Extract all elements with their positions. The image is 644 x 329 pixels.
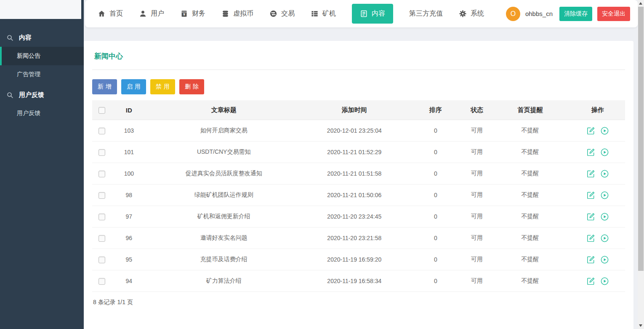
cell-status: 可用 (463, 120, 490, 142)
row-checkbox[interactable] (98, 128, 105, 134)
cell-ops (570, 206, 625, 227)
nav-item-users[interactable]: 用户 (139, 9, 164, 18)
row-checkbox[interactable] (98, 171, 105, 177)
scrollbar-up-arrow[interactable] (639, 2, 642, 5)
scrollbar-down-arrow[interactable] (639, 324, 642, 327)
cell-ops (570, 227, 625, 249)
page-title: 新闻中心 (92, 41, 625, 61)
play-button[interactable] (600, 277, 609, 286)
row-checkbox[interactable] (98, 278, 105, 285)
edit-button[interactable] (586, 255, 595, 264)
play-button[interactable] (600, 126, 609, 135)
edit-button[interactable] (586, 212, 595, 221)
row-checkbox[interactable] (98, 235, 105, 242)
nav-item-third-party-recharge[interactable]: 第三方充值 (409, 9, 443, 18)
sidebar-item-label: 新闻公告 (17, 52, 40, 60)
row-checkbox-cell (92, 185, 112, 206)
nav-item-label: 系统 (471, 9, 484, 18)
table-row: 100促进真实会员活跃度整改通知2020-11-21 01:51:580可用不提… (92, 163, 625, 185)
toolbar: 新增 启用 禁用 删除 (92, 79, 625, 94)
play-button[interactable] (600, 255, 609, 264)
row-checkbox[interactable] (98, 192, 105, 199)
cell-remind: 不提醒 (490, 227, 570, 249)
play-button[interactable] (600, 169, 609, 178)
sidebar-section-title: 内容 (19, 34, 32, 42)
edit-button[interactable] (586, 169, 595, 178)
cell-id: 96 (112, 227, 147, 249)
cell-time: 2020-11-20 23:24:45 (301, 206, 407, 227)
sidebar-item-news[interactable]: 新闻公告 (0, 47, 84, 65)
cell-status: 可用 (463, 249, 490, 270)
cell-id: 98 (112, 185, 147, 206)
search-icon (6, 34, 13, 41)
nav-items: 首页用户¥财务虚拟币交易矿机内容第三方充值系统 (98, 4, 500, 24)
miner-icon (311, 10, 319, 18)
cell-title: USDT/CNY交易需知 (146, 142, 301, 163)
finance-icon: ¥ (180, 10, 188, 18)
row-checkbox[interactable] (98, 257, 105, 263)
scrollbar-thumb[interactable] (638, 7, 644, 271)
play-button[interactable] (600, 212, 609, 221)
edit-button[interactable] (586, 191, 595, 200)
cell-ops (570, 163, 625, 185)
cell-title: 矿机和返佣更新介绍 (146, 206, 301, 227)
row-checkbox-cell (92, 142, 112, 163)
clear-cache-button[interactable]: 清除缓存 (559, 7, 592, 21)
cell-ops (570, 185, 625, 206)
main-area: 首页用户¥财务虚拟币交易矿机内容第三方充值系统 O ohbbs_cn 清除缓存 … (84, 0, 638, 329)
cell-remind: 不提醒 (490, 249, 570, 270)
username[interactable]: ohbbs_cn (525, 10, 553, 17)
logout-button[interactable]: 安全退出 (597, 7, 630, 21)
sidebar: 内容新闻公告广告管理用户反馈用户反馈 (0, 0, 84, 329)
row-checkbox-cell (92, 120, 112, 142)
news-table: ID 文章标题 添加时间 排序 状态 首页提醒 操作 103如何开启商家交易20… (92, 100, 625, 292)
edit-button[interactable] (586, 234, 595, 243)
sidebar-item-ads[interactable]: 广告管理 (0, 65, 84, 84)
scrollbar[interactable] (638, 0, 644, 329)
edit-button[interactable] (586, 126, 595, 135)
cell-status: 可用 (463, 185, 490, 206)
cell-title: 绿能矿机团队运作规则 (146, 185, 301, 206)
nav-item-system[interactable]: 系统 (459, 9, 484, 18)
nav-item-label: 第三方充值 (409, 9, 443, 18)
sidebar-section-header-content[interactable]: 内容 (0, 28, 84, 47)
cell-title: 矿力算法介绍 (146, 270, 301, 292)
row-checkbox[interactable] (98, 214, 105, 220)
cell-remind: 不提醒 (490, 142, 570, 163)
cell-sort: 0 (407, 163, 463, 185)
nav-item-content[interactable]: 内容 (352, 4, 393, 24)
edit-button[interactable] (586, 148, 595, 157)
disable-button[interactable]: 禁用 (150, 79, 175, 94)
avatar[interactable]: O (506, 7, 520, 21)
add-button[interactable]: 新增 (92, 79, 117, 94)
nav-item-label: 财务 (192, 9, 205, 18)
edit-button[interactable] (586, 277, 595, 286)
nav-item-home[interactable]: 首页 (98, 9, 123, 18)
nav-item-miner[interactable]: 矿机 (311, 9, 336, 18)
nav-item-label: 虚拟币 (233, 9, 253, 18)
select-all-checkbox[interactable] (98, 107, 105, 114)
sidebar-item-label: 用户反馈 (17, 110, 40, 117)
cell-sort: 0 (407, 227, 463, 249)
cell-sort: 0 (407, 120, 463, 142)
row-checkbox[interactable] (98, 149, 105, 156)
cell-ops (570, 142, 625, 163)
sidebar-section-user-feedback: 用户反馈用户反馈 (0, 86, 84, 123)
header-status: 状态 (463, 100, 490, 120)
play-button[interactable] (600, 234, 609, 243)
cell-sort: 0 (407, 249, 463, 270)
cell-id: 100 (112, 163, 147, 185)
play-button[interactable] (600, 148, 609, 157)
nav-item-trade[interactable]: 交易 (269, 9, 295, 18)
cell-id: 94 (112, 270, 147, 292)
cell-time: 2020-11-20 23:21:58 (301, 227, 407, 249)
nav-item-virtual-coin[interactable]: 虚拟币 (221, 9, 253, 18)
sidebar-item-label: 广告管理 (17, 71, 40, 78)
play-button[interactable] (600, 191, 609, 200)
sidebar-section-header-user-feedback[interactable]: 用户反馈 (0, 86, 84, 104)
delete-button[interactable]: 删除 (179, 79, 204, 94)
enable-button[interactable]: 启用 (121, 79, 146, 94)
sidebar-item-feedback[interactable]: 用户反馈 (0, 104, 84, 123)
table-row: 97矿机和返佣更新介绍2020-11-20 23:24:450可用不提醒 (92, 206, 625, 227)
nav-item-finance[interactable]: ¥财务 (180, 9, 205, 18)
